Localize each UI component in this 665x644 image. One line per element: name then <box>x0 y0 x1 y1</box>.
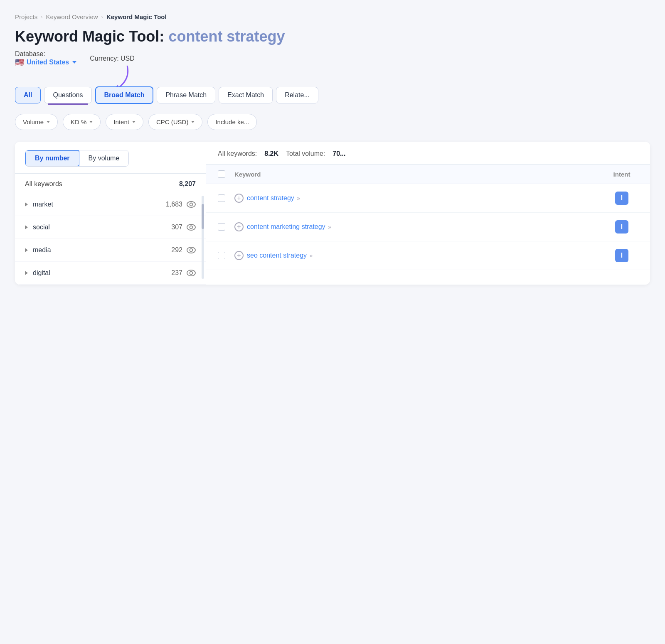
row-checkbox[interactable] <box>218 252 225 259</box>
eye-icon[interactable] <box>187 200 196 209</box>
row-checkbox[interactable] <box>218 223 225 231</box>
database-section: Database: 🇺🇸 United States <box>15 50 76 67</box>
keyword-link[interactable]: seo content strategy <box>247 252 307 259</box>
left-panel: By number By volume All keywords 8,207 m… <box>15 142 206 285</box>
database-country: United States <box>27 59 69 66</box>
chevron-right-icon <box>25 225 28 229</box>
row-checkbox-cell <box>218 252 234 259</box>
svg-point-5 <box>187 247 195 253</box>
eye-icon[interactable] <box>187 268 196 278</box>
add-to-list-icon[interactable]: + <box>234 194 244 203</box>
filter-row: Volume KD % Intent CPC (USD) Include ke.… <box>15 114 650 130</box>
intent-filter-label: Intent <box>113 118 129 125</box>
col-header-keyword: Keyword <box>234 171 605 178</box>
list-item[interactable]: market 1,683 <box>15 193 206 216</box>
keyword-group-count: 292 <box>171 246 196 255</box>
keyword-link[interactable]: content strategy <box>247 194 294 202</box>
row-checkbox-cell <box>218 223 234 231</box>
database-label: Database: <box>15 50 45 57</box>
svg-point-6 <box>190 249 193 252</box>
volume-filter-label: Volume <box>23 118 44 125</box>
keyword-arrows: » <box>328 224 331 230</box>
chevron-right-icon <box>25 202 28 206</box>
keyword-arrows: » <box>310 252 313 259</box>
svg-point-1 <box>187 202 195 207</box>
add-to-list-icon[interactable]: + <box>234 251 244 260</box>
tab-broad-match[interactable]: Broad Match <box>95 86 154 104</box>
intent-cell: I <box>605 249 638 262</box>
intent-filter[interactable]: Intent <box>106 114 143 130</box>
cpc-filter[interactable]: CPC (USD) <box>148 114 203 130</box>
table-row: + content marketing strategy » I <box>206 213 650 241</box>
breadcrumb-current: Keyword Magic Tool <box>106 13 167 20</box>
keyword-group-name: market <box>33 201 53 208</box>
tab-questions[interactable]: Questions <box>44 87 91 103</box>
keyword-group-count: 307 <box>171 223 196 232</box>
page-title: Keyword Magic Tool: content strategy <box>15 28 650 45</box>
include-filter[interactable]: Include ke... <box>207 114 257 130</box>
total-volume-label: Total volume: <box>286 150 325 157</box>
breadcrumb: Projects › Keyword Overview › Keyword Ma… <box>15 13 650 20</box>
keyword-item-left-media: media <box>25 246 51 254</box>
chevron-right-icon <box>25 248 28 252</box>
breadcrumb-keyword-overview[interactable]: Keyword Overview <box>46 13 98 20</box>
left-panel-header: By number By volume <box>15 142 206 174</box>
row-checkbox-cell <box>218 194 234 202</box>
tabs-row: All Questions Broad Match Phrase Match E… <box>15 86 650 104</box>
tab-all[interactable]: All <box>15 87 41 103</box>
list-item[interactable]: social 307 <box>15 216 206 239</box>
breadcrumb-projects[interactable]: Projects <box>15 13 37 20</box>
volume-filter[interactable]: Volume <box>15 114 58 130</box>
volume-chevron-icon <box>47 121 50 123</box>
cpc-chevron-icon <box>191 121 195 123</box>
intent-badge: I <box>615 249 628 262</box>
keyword-arrows: » <box>297 195 300 202</box>
keyword-cell: + seo content strategy » <box>234 251 605 260</box>
keyword-link[interactable]: content marketing strategy <box>247 223 325 230</box>
all-keywords-list-count: 8,207 <box>179 180 196 188</box>
intent-cell: I <box>605 220 638 234</box>
list-item[interactable]: digital 237 <box>15 262 206 285</box>
header-checkbox[interactable] <box>218 170 225 178</box>
currency-value: USD <box>121 55 135 62</box>
eye-icon[interactable] <box>187 246 196 255</box>
kd-filter[interactable]: KD % <box>63 114 101 130</box>
svg-point-7 <box>187 270 195 276</box>
intent-badge: I <box>615 192 628 205</box>
scroll-track[interactable] <box>202 196 204 279</box>
col-header-intent: Intent <box>605 171 638 178</box>
database-row: Database: 🇺🇸 United States Currency: USD <box>15 50 650 67</box>
table-row: + seo content strategy » I <box>206 241 650 270</box>
page-title-query: content strategy <box>168 28 285 45</box>
toggle-by-number[interactable]: By number <box>25 150 80 167</box>
tab-phrase-match[interactable]: Phrase Match <box>157 87 215 103</box>
database-value[interactable]: 🇺🇸 United States <box>15 58 76 67</box>
keyword-group-name: digital <box>33 269 50 277</box>
svg-point-2 <box>190 203 193 206</box>
intent-badge: I <box>615 220 628 234</box>
row-checkbox[interactable] <box>218 194 225 202</box>
breadcrumb-sep-1: › <box>41 14 42 20</box>
list-item[interactable]: media 292 <box>15 239 206 262</box>
table-row: + content strategy » I <box>206 184 650 213</box>
keyword-item-left-social: social <box>25 224 50 231</box>
main-content: By number By volume All keywords 8,207 m… <box>15 142 650 285</box>
toggle-by-volume[interactable]: By volume <box>79 150 129 166</box>
keywords-summary-count: 8.2K <box>264 150 278 157</box>
tab-related[interactable]: Relate... <box>276 87 318 103</box>
add-to-list-icon[interactable]: + <box>234 222 244 231</box>
keyword-group-count: 1,683 <box>166 200 196 209</box>
cpc-filter-label: CPC (USD) <box>156 118 189 125</box>
col-header-check <box>218 170 234 178</box>
right-panel-header: All keywords: 8.2K Total volume: 70... <box>206 142 650 165</box>
scroll-thumb[interactable] <box>202 204 204 229</box>
svg-point-3 <box>187 224 195 230</box>
eye-icon[interactable] <box>187 223 196 232</box>
keywords-summary-label: All keywords: <box>218 150 257 157</box>
keyword-cell: + content strategy » <box>234 194 605 203</box>
table-header-row: Keyword Intent <box>206 165 650 184</box>
divider <box>15 77 650 77</box>
tab-exact-match[interactable]: Exact Match <box>219 87 273 103</box>
currency-label: Currency: <box>90 55 118 62</box>
keyword-item-left-market: market <box>25 201 53 208</box>
